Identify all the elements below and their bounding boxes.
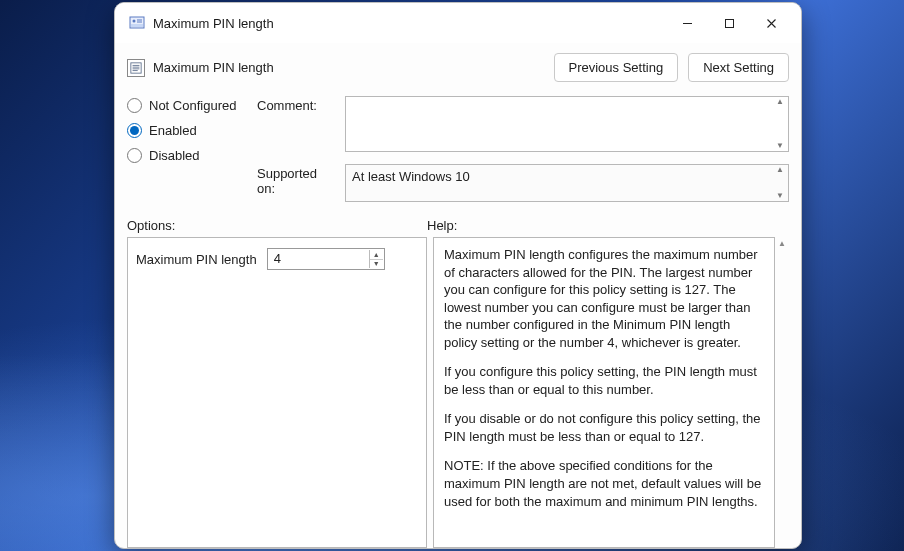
help-panel[interactable]: Maximum PIN length configures the maximu… <box>433 237 775 548</box>
window-title: Maximum PIN length <box>153 16 274 31</box>
help-paragraph: If you disable or do not configure this … <box>444 410 764 445</box>
policy-name: Maximum PIN length <box>153 60 274 75</box>
maximize-button[interactable] <box>709 8 749 38</box>
next-setting-button[interactable]: Next Setting <box>688 53 789 82</box>
max-pin-length-value: 4 <box>274 251 281 266</box>
help-scrollbar[interactable]: ▲ <box>775 237 789 548</box>
radio-disabled[interactable]: Disabled <box>127 148 247 163</box>
dialog-content: Maximum PIN length Previous Setting Next… <box>115 43 801 548</box>
spinner-up[interactable]: ▲ <box>370 250 383 260</box>
state-radio-group: Not Configured Enabled Disabled <box>127 96 247 202</box>
radio-label: Not Configured <box>149 98 236 113</box>
close-button[interactable] <box>751 8 791 38</box>
help-paragraph: If you configure this policy setting, th… <box>444 363 764 398</box>
supported-on-value: At least Windows 10 <box>352 169 470 184</box>
max-pin-length-label: Maximum PIN length <box>136 252 257 267</box>
radio-label: Disabled <box>149 148 200 163</box>
help-section-label: Help: <box>427 218 457 233</box>
supported-on-textbox: At least Windows 10 ▲▼ <box>345 164 789 202</box>
radio-dot <box>127 123 142 138</box>
supported-on-label: Supported on: <box>257 164 337 202</box>
svg-rect-1 <box>131 24 143 27</box>
help-paragraph: Maximum PIN length configures the maximu… <box>444 246 764 351</box>
app-icon <box>129 15 145 31</box>
svg-point-2 <box>133 20 136 23</box>
titlebar[interactable]: Maximum PIN length <box>115 3 801 43</box>
policy-icon <box>127 59 145 77</box>
scroll-arrows[interactable]: ▲▼ <box>773 98 787 150</box>
minimize-button[interactable] <box>667 8 707 38</box>
comment-textbox[interactable]: ▲▼ <box>345 96 789 152</box>
options-panel: Maximum PIN length 4 ▲ ▼ <box>127 237 427 548</box>
scroll-arrows[interactable]: ▲▼ <box>773 166 787 200</box>
policy-header-row: Maximum PIN length Previous Setting Next… <box>127 53 789 82</box>
max-pin-length-input[interactable]: 4 ▲ ▼ <box>267 248 385 270</box>
svg-rect-4 <box>131 62 141 72</box>
spinner-down[interactable]: ▼ <box>370 260 383 269</box>
dialog-window: Maximum PIN length Maximum PIN length Pr… <box>114 2 802 549</box>
window-controls <box>667 8 791 38</box>
previous-setting-button[interactable]: Previous Setting <box>554 53 679 82</box>
radio-not-configured[interactable]: Not Configured <box>127 98 247 113</box>
radio-enabled[interactable]: Enabled <box>127 123 247 138</box>
radio-label: Enabled <box>149 123 197 138</box>
options-section-label: Options: <box>127 218 427 233</box>
radio-dot <box>127 148 142 163</box>
comment-label: Comment: <box>257 96 337 152</box>
state-and-fields: Not Configured Enabled Disabled Comment:… <box>127 96 789 202</box>
spinner[interactable]: ▲ ▼ <box>369 250 383 268</box>
radio-dot <box>127 98 142 113</box>
svg-rect-3 <box>725 19 733 27</box>
help-paragraph: NOTE: If the above specified conditions … <box>444 457 764 510</box>
